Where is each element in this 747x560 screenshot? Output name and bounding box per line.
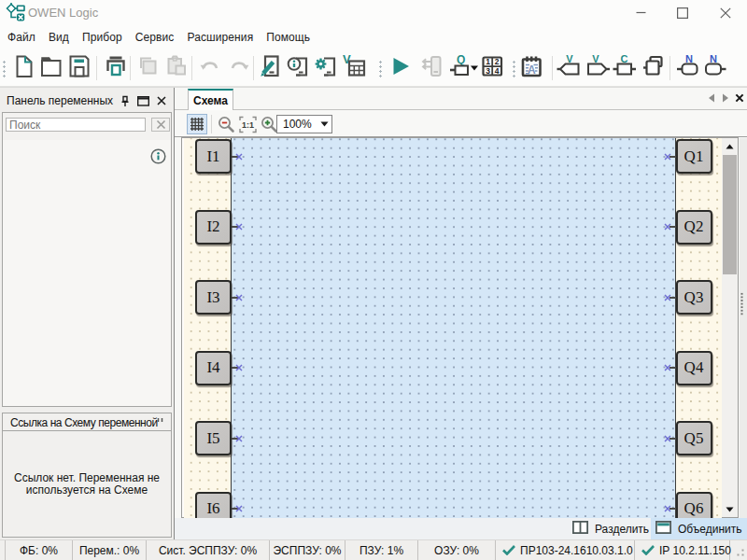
document-gear-button[interactable] [313, 55, 339, 81]
zoom-level-combobox[interactable]: 100% [276, 115, 332, 133]
input-block[interactable]: I6 [195, 492, 232, 519]
zoom-reset-button[interactable]: 1:1 [237, 114, 258, 134]
document-info-icon [287, 54, 311, 82]
svg-text:V: V [566, 54, 573, 64]
unconnected-pin-icon[interactable] [235, 505, 243, 512]
document-info-button[interactable] [286, 55, 312, 81]
status-cell: ПЗУ: 1% [345, 540, 418, 560]
edit-document-button[interactable] [257, 55, 283, 81]
calendar-template-button[interactable]: A [518, 55, 544, 81]
close-panel-icon[interactable] [155, 94, 168, 107]
zoom-out-button[interactable] [216, 114, 236, 134]
network-input-icon: N [675, 54, 701, 82]
unconnected-pin-icon[interactable] [235, 223, 243, 231]
output-block[interactable]: Q4 [676, 351, 712, 385]
references-empty-message: Ссылок нет. Переменная не используется н… [14, 472, 160, 497]
input-block[interactable]: I5 [195, 421, 232, 455]
output-block[interactable]: Q1 [676, 139, 712, 174]
unconnected-pin-icon[interactable] [664, 435, 671, 442]
status-cell-label: ПР103-24.1610.03.1.0 [520, 544, 633, 557]
pin-icon[interactable] [119, 94, 132, 107]
vertical-scrollbar[interactable] [722, 138, 738, 517]
unconnected-pin-icon[interactable] [664, 505, 671, 512]
output-block[interactable]: Q3 [676, 280, 712, 315]
save-button[interactable] [66, 55, 92, 81]
unconnected-pin-icon[interactable] [235, 153, 243, 161]
maximize-button[interactable] [669, 0, 697, 25]
variables-list[interactable] [3, 140, 171, 406]
close-button[interactable] [712, 0, 740, 25]
unconnected-pin-icon[interactable] [235, 364, 243, 371]
input-block[interactable]: I1 [195, 139, 232, 174]
menu-item[interactable]: Расширения [180, 26, 260, 49]
tab-scroll-right-icon[interactable] [719, 91, 732, 105]
tab-close-icon[interactable] [733, 91, 746, 105]
network-output-icon: N [702, 54, 728, 82]
chevron-down-icon[interactable] [317, 121, 331, 127]
svg-text:1:1: 1:1 [242, 120, 254, 130]
variable-table-button[interactable]: V [342, 55, 368, 81]
new-document-button[interactable] [12, 55, 38, 81]
save-icon [67, 54, 92, 82]
output-variable-button[interactable]: V [585, 55, 611, 81]
input-variable-button[interactable]: V [557, 55, 583, 81]
scrollbar-thumb[interactable] [723, 155, 737, 274]
toolbar-separator [669, 56, 670, 80]
input-block[interactable]: I3 [195, 280, 232, 315]
network-output-button[interactable]: N [702, 55, 728, 81]
menu-item[interactable]: Прибор [76, 26, 129, 49]
menu-item[interactable]: Сервис [129, 26, 181, 49]
minimize-button[interactable] [627, 0, 655, 25]
input-block[interactable]: I4 [195, 351, 232, 385]
split-view-button[interactable]: Разделить [572, 518, 649, 539]
merge-view-icon [655, 521, 671, 537]
schema-work-area[interactable] [231, 138, 676, 518]
svg-text:C: C [621, 54, 628, 64]
status-cell: ФБ: 0% [6, 540, 73, 560]
unconnected-pin-icon[interactable] [664, 153, 671, 161]
open-folder-button[interactable] [38, 55, 64, 81]
tab-schema[interactable]: Схема [188, 89, 233, 110]
open-folder-icon [39, 54, 63, 82]
status-bar: ФБ: 0%Перем.: 0%Сист. ЭСППЗУ: 0%ЭСППЗУ: … [0, 539, 747, 560]
unconnected-pin-icon[interactable] [235, 294, 243, 301]
macro-icon [641, 54, 666, 82]
output-block[interactable]: Q5 [676, 421, 712, 455]
resize-grip-icon[interactable] [737, 546, 744, 559]
svg-text:4: 4 [495, 66, 500, 76]
unconnected-pin-icon[interactable] [664, 364, 671, 371]
tab-scroll-left-icon[interactable] [705, 91, 718, 105]
unconnected-pin-icon[interactable] [664, 223, 671, 231]
window-position-icon[interactable] [136, 94, 149, 107]
output-block-menu-button[interactable]: Q [446, 55, 480, 81]
output-variable-icon: V [585, 54, 611, 82]
output-block[interactable]: Q6 [676, 492, 712, 519]
search-input[interactable] [6, 118, 146, 132]
scroll-down-icon[interactable] [722, 501, 738, 517]
merge-view-button[interactable]: Объединить [655, 518, 742, 539]
unconnected-pin-icon[interactable] [235, 435, 243, 442]
print-icon [104, 54, 128, 82]
menu-item[interactable]: Файл [1, 26, 42, 49]
menu-item[interactable]: Вид [42, 26, 76, 49]
run-simulation-button[interactable] [388, 55, 414, 81]
constant-block-button[interactable]: C [612, 55, 638, 81]
menu-item[interactable]: Помощь [260, 26, 317, 49]
output-block[interactable]: Q2 [676, 210, 712, 245]
tab-bar: Схема [175, 88, 747, 110]
input-block[interactable]: I2 [195, 210, 232, 245]
search-clear-button[interactable] [151, 118, 170, 132]
svg-text:3: 3 [486, 66, 490, 76]
grid-toggle-button[interactable] [187, 114, 207, 134]
schema-canvas-content[interactable]: I1I2I3I4I5I6Q1Q2Q3Q4Q5Q6 [184, 138, 722, 518]
network-input-button[interactable]: N [675, 55, 701, 81]
document-gear-icon [314, 54, 338, 82]
references-panel-title: Ссылка на Схему переменной [10, 416, 158, 429]
scroll-up-icon[interactable] [722, 138, 738, 154]
unconnected-pin-icon[interactable] [664, 294, 671, 301]
watch-grid-button[interactable]: 1234 [479, 55, 505, 81]
print-button[interactable] [103, 55, 129, 81]
macro-button[interactable] [641, 55, 667, 81]
info-icon[interactable] [150, 148, 166, 168]
svg-text:N: N [685, 54, 693, 64]
